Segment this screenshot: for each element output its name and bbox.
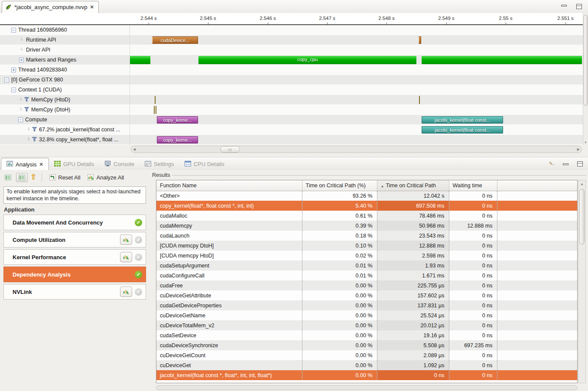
stage-analyze-button[interactable] <box>120 287 132 297</box>
timeline-lane[interactable] <box>130 95 583 105</box>
panel-tab-gpu-details[interactable]: GPU Details <box>49 158 100 170</box>
timeline-row[interactable]: └MemCpy (DtoH) <box>0 105 583 115</box>
timeline-tree-cell[interactable]: └MemCpy (HtoD) <box>0 95 130 105</box>
column-header-time-on-critical-path-[interactable]: Time on Critical Path (%) <box>302 180 377 191</box>
timeline-row[interactable]: └MemCpy (HtoD) <box>0 95 583 105</box>
stage-card-nvlink[interactable]: NVLink✓ <box>3 284 146 300</box>
timeline-lane[interactable]: copy_kerne... <box>130 135 583 145</box>
timeline-row[interactable]: +Markers and Rangescopy_cpu <box>0 55 583 65</box>
stage-card-data-movement-and-concurrency[interactable]: Data Movement And Concurrency✓ <box>3 215 146 230</box>
stage-card-compute-utilization[interactable]: Compute Utilization✓ <box>3 232 146 248</box>
timeline-bar-memcpy[interactable] <box>156 106 156 114</box>
stage-list-toggle-icon[interactable] <box>16 173 28 182</box>
table-row[interactable]: jacobi_kernel(float const *, float*, int… <box>156 370 577 380</box>
table-row[interactable]: cuDeviceGetCount0.00 %2.089 µs0 ns <box>156 350 577 360</box>
table-row[interactable]: cudaMemcpy0.39 %50.968 ms12.888 ms <box>156 221 577 231</box>
panel-maximize-icon[interactable] <box>577 161 583 166</box>
timeline-row[interactable]: └Driver API <box>0 45 583 55</box>
timeline-tree-cell[interactable]: −[0] GeForce GTX 980 <box>0 75 130 85</box>
table-row[interactable]: cudaGetDeviceProperties0.00 %137.831 µs0… <box>156 300 577 310</box>
timeline-bar-memcpy[interactable] <box>154 106 155 114</box>
timeline-hscrollbar-thumb[interactable]: ||| <box>220 146 240 153</box>
stage-analyze-button[interactable] <box>120 252 132 262</box>
timeline-tree-cell[interactable]: └Runtime API <box>0 35 130 45</box>
collapse-expander-icon[interactable]: − <box>11 88 16 92</box>
table-row[interactable]: cudaLaunch0.18 %23.543 ms0 ns <box>156 231 577 241</box>
timeline-lane[interactable] <box>130 85 583 95</box>
view-menu-icon[interactable]: ✎.. <box>549 161 554 166</box>
stage-analyze-button[interactable] <box>120 235 132 245</box>
table-row[interactable]: cudaMalloc0.61 %78.486 ms0 ns <box>156 211 577 221</box>
timeline-lane[interactable]: jacobi_kernel(float const... <box>130 125 583 135</box>
analyze-all-button[interactable]: Analyze All <box>85 173 127 182</box>
timeline-tree-cell[interactable]: +Thread 1409283840 <box>0 65 130 75</box>
timeline-bar-memcpy[interactable] <box>419 96 420 104</box>
scroll-down-icon[interactable]: ▼ <box>584 141 587 144</box>
timeline-bar-kernel-jacobi[interactable]: jacobi_kernel(float const... <box>422 126 503 134</box>
timeline-bar-range[interactable] <box>422 56 582 64</box>
filter-icon[interactable] <box>32 137 37 143</box>
timeline-row[interactable]: −[0] GeForce GTX 980 <box>0 75 583 85</box>
maximize-icon[interactable] <box>576 4 582 9</box>
table-row[interactable]: cuDeviceTotalMem_v20.00 %20.012 µs0 ns <box>156 320 577 330</box>
results-vscrollbar-thumb[interactable] <box>579 189 585 244</box>
timeline-lane[interactable] <box>130 105 583 115</box>
table-row[interactable]: cudaFree0.00 %225.755 µs0 ns <box>156 280 577 290</box>
timeline-lane[interactable] <box>130 25 583 35</box>
table-row[interactable]: cuDeviceGetName0.00 %25.524 µs0 ns <box>156 310 577 320</box>
timeline-ruler-canvas[interactable]: 2.544 s2.545 s2.546 s2.547 s2.548 s2.549… <box>130 13 583 24</box>
timeline-bar-runtime[interactable]: cudaDevice... <box>152 36 198 44</box>
timeline-bar-range[interactable]: copy_cpu <box>198 56 416 64</box>
editor-tab[interactable]: *jacobi_async_compute.nvvp ✕ <box>2 1 99 13</box>
timeline-lane[interactable] <box>130 45 583 55</box>
table-row[interactable]: [CUDA memcpy DtoH]0.10 %12.888 ms0 ns <box>156 241 577 251</box>
timeline-tree-cell[interactable]: └Driver API <box>0 45 130 55</box>
timeline-tree-cell[interactable]: └MemCpy (DtoH) <box>0 105 130 115</box>
results-vscrollbar[interactable]: ▲ <box>578 180 586 383</box>
collapse-expander-icon[interactable]: − <box>18 117 23 122</box>
timeline-lane[interactable]: copy_kerne...jacobi_kernel(float const..… <box>130 115 583 125</box>
panel-minimize-icon[interactable] <box>563 163 569 165</box>
collapse-expander-icon[interactable]: − <box>4 78 9 82</box>
stage-card-dependency-analysis[interactable]: Dependency Analysis✓ <box>3 267 146 282</box>
results-hscrollbar[interactable] <box>156 385 578 390</box>
timeline-lane[interactable]: copy_cpu <box>130 55 583 65</box>
editor-tab-close-icon[interactable]: ✕ <box>90 4 94 10</box>
timeline-vscrollbar-thumb[interactable] <box>584 15 588 106</box>
timeline-bar-memcpy[interactable] <box>155 96 156 104</box>
table-row[interactable]: cudaSetDevice0.00 %19.16 µs0 ns <box>156 330 577 340</box>
collapse-expander-icon[interactable]: − <box>11 28 16 33</box>
minimize-icon[interactable] <box>561 5 567 7</box>
reset-all-button[interactable]: Reset All <box>47 173 82 182</box>
timeline-tree-cell[interactable]: −Thread 1609856960 <box>0 25 130 35</box>
scroll-left-icon[interactable]: ◀ <box>133 147 136 151</box>
table-row[interactable]: cudaConfigureCall0.01 %1.671 ms0 ns <box>156 270 577 280</box>
export-pdf-icon[interactable] <box>3 173 13 182</box>
timeline-tree-cell[interactable]: +Markers and Ranges <box>0 55 130 65</box>
up-level-icon[interactable]: ⇧ <box>30 174 36 181</box>
table-row[interactable]: copy_kernel(float*, float const *, int, … <box>156 201 577 211</box>
expand-expander-icon[interactable]: + <box>11 68 16 72</box>
scroll-up-icon[interactable]: ▲ <box>580 182 584 186</box>
timeline-bar-runtime[interactable] <box>418 36 421 44</box>
timeline-row[interactable]: −Thread 1609856960 <box>0 25 583 35</box>
table-row[interactable]: <Other>93.26 %12.042 s0 ns <box>156 191 577 201</box>
scroll-right-icon[interactable]: ▶ <box>577 147 580 151</box>
timeline-tree-cell[interactable]: −Compute <box>0 115 130 125</box>
timeline-bar-kernel-copy[interactable]: copy_kerne... <box>157 136 198 143</box>
timeline-bar-kernel-jacobi[interactable]: jacobi_kernel(float const... <box>422 116 503 124</box>
panel-tab-analysis[interactable]: Analysis✕ <box>1 158 49 170</box>
table-row[interactable]: cuDeviceGet0.00 %1.092 µs0 ns <box>156 360 577 370</box>
timeline-lane[interactable]: cudaDevice... <box>130 35 583 45</box>
panel-tab-settings[interactable]: Settings <box>140 158 179 170</box>
timeline-hscrollbar[interactable]: ◀ ||| ▶ <box>130 145 583 154</box>
timeline-row[interactable]: └67.2% jacobi_kernel(float const ...jaco… <box>0 125 583 135</box>
timeline-tree-cell[interactable]: −Context 1 (CUDA) <box>0 85 130 95</box>
timeline-bar-range[interactable] <box>130 56 150 64</box>
column-header-time-on-critical-path[interactable]: ▲Time on Critical Path <box>377 180 449 191</box>
timeline-vscrollbar[interactable]: ▼ <box>583 13 588 145</box>
panel-tab-close-icon[interactable]: ✕ <box>39 162 43 167</box>
panel-tab-cpu-details[interactable]: CPU Details <box>179 158 230 170</box>
timeline-hscrollbar-track[interactable]: ◀ ||| ▶ <box>131 146 582 153</box>
expand-expander-icon[interactable]: + <box>19 58 24 62</box>
